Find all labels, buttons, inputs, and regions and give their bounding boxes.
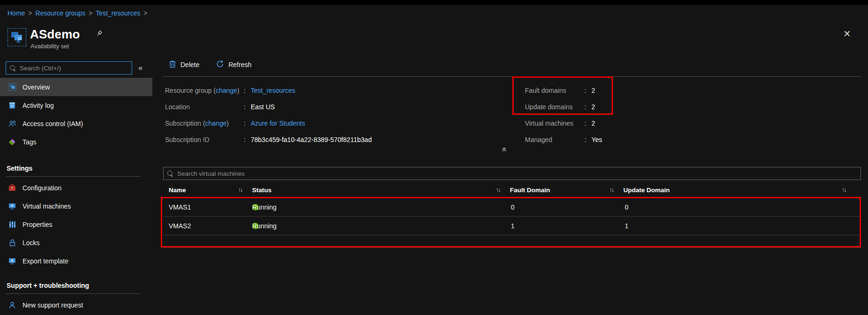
azure-portal-blade: Home>Resource groups>Test_resources> ASd… bbox=[0, 0, 868, 315]
command-bar: Delete Refresh bbox=[169, 60, 252, 69]
sort-icon[interactable]: ↑↓ bbox=[238, 187, 242, 193]
colon: : bbox=[244, 136, 249, 143]
resource-group-value-link[interactable]: Test_resources bbox=[251, 87, 295, 94]
sidebar-collapse-icon[interactable]: « bbox=[138, 63, 142, 73]
configuration-icon bbox=[8, 184, 16, 192]
delete-button[interactable]: Delete bbox=[169, 60, 199, 69]
refresh-icon bbox=[216, 60, 224, 69]
essentials-row-resource-group: Resource group (change) : Test_resources bbox=[165, 82, 372, 98]
column-header-fault-domain[interactable]: Fault Domain bbox=[510, 187, 550, 194]
sidebar-item-properties[interactable]: Properties bbox=[0, 215, 152, 233]
sidebar-item-virtual-machines[interactable]: Virtual machines bbox=[0, 197, 152, 215]
delete-button-label: Delete bbox=[180, 61, 199, 68]
vm-fault-domain: 1 bbox=[511, 222, 515, 230]
lock-icon bbox=[8, 239, 16, 247]
close-icon[interactable]: ✕ bbox=[841, 26, 853, 41]
column-header-name[interactable]: Name bbox=[169, 187, 186, 194]
colon: : bbox=[584, 120, 590, 127]
sidebar-item-label: New support request bbox=[22, 301, 83, 309]
sidebar-item-export-template[interactable]: Export template bbox=[0, 252, 152, 270]
sidebar-item-label: Export template bbox=[22, 257, 68, 265]
sidebar-item-tags[interactable]: Tags bbox=[0, 133, 152, 151]
resource-group-label: Resource group (change) bbox=[165, 87, 244, 94]
sidebar-menu: Overview Activity log bbox=[0, 78, 152, 151]
sidebar-item-label: Access control (IAM) bbox=[22, 120, 83, 128]
sidebar-item-configuration[interactable]: Configuration bbox=[0, 179, 152, 197]
colon: : bbox=[244, 103, 249, 111]
sidebar-section-divider bbox=[6, 176, 140, 177]
breadcrumb-separator: > bbox=[89, 9, 92, 17]
colon: : bbox=[584, 103, 590, 111]
activity-log-icon bbox=[8, 101, 16, 110]
essentials-row-managed: Managed : Yes bbox=[525, 131, 602, 148]
table-row-vmas2[interactable]: VMAS2 ✓Running 1 1 bbox=[163, 217, 861, 235]
vm-status-text: Running bbox=[252, 203, 277, 211]
refresh-button[interactable]: Refresh bbox=[216, 60, 251, 69]
update-domains-label: Update domains bbox=[525, 103, 584, 111]
essentials-row-subscription-id: Subscription ID : 78b3c459-fa10-4a22-838… bbox=[165, 131, 372, 148]
vm-name[interactable]: VMAS2 bbox=[169, 222, 191, 230]
sidebar-item-label: Configuration bbox=[22, 184, 61, 192]
sidebar-item-locks[interactable]: Locks bbox=[0, 233, 152, 252]
sort-icon[interactable]: ↑↓ bbox=[842, 187, 846, 193]
virtual-machines-label: Virtual machines bbox=[525, 120, 584, 127]
sidebar-item-label: Overview bbox=[22, 83, 50, 91]
vm-status-text: Running bbox=[252, 222, 277, 230]
export-template-icon bbox=[8, 257, 16, 265]
table-row-vmas1[interactable]: VMAS1 ✓Running 0 0 bbox=[163, 198, 861, 217]
subscription-change-link[interactable]: change bbox=[205, 120, 227, 127]
subscription-value-link[interactable]: Azure for Students bbox=[251, 120, 305, 127]
location-label: Location bbox=[165, 103, 244, 111]
resource-group-change-link[interactable]: change bbox=[216, 87, 237, 94]
subscription-id-value: 78b3c459-fa10-4a22-8389-570f8211b3ad bbox=[251, 136, 372, 143]
colon: : bbox=[244, 87, 249, 94]
breadcrumb-separator: > bbox=[143, 9, 147, 17]
managed-label: Managed bbox=[525, 136, 584, 143]
sidebar-item-new-support-request[interactable]: New support request bbox=[0, 296, 152, 314]
page-title: ASdemo bbox=[30, 27, 80, 42]
sidebar-support-section: Support + troubleshooting New support re… bbox=[0, 278, 152, 314]
sidebar-item-overview[interactable]: Overview bbox=[0, 78, 152, 96]
refresh-button-label: Refresh bbox=[228, 61, 251, 68]
sort-icon[interactable]: ↑↓ bbox=[609, 187, 614, 193]
colon: : bbox=[584, 136, 590, 143]
sidebar-search-input[interactable] bbox=[20, 65, 128, 72]
vm-search-input[interactable] bbox=[177, 170, 857, 177]
sort-icon[interactable]: ↑↓ bbox=[496, 187, 500, 193]
colon: : bbox=[584, 87, 590, 94]
availability-set-icon bbox=[7, 28, 26, 46]
column-header-status[interactable]: Status bbox=[252, 187, 271, 194]
breadcrumb-test-resources-link[interactable]: Test_resources bbox=[96, 9, 140, 17]
essentials-collapse-icon[interactable]: « bbox=[500, 147, 509, 151]
sidebar-item-label: Locks bbox=[22, 239, 40, 247]
breadcrumb-home-link[interactable]: Home bbox=[7, 9, 25, 17]
search-icon bbox=[10, 65, 16, 71]
vm-name[interactable]: VMAS1 bbox=[169, 203, 191, 211]
access-control-icon bbox=[8, 120, 16, 128]
sidebar-item-activity-log[interactable]: Activity log bbox=[0, 96, 152, 114]
managed-value: Yes bbox=[591, 136, 602, 143]
breadcrumb-separator: > bbox=[28, 9, 32, 17]
sidebar-item-label: Virtual machines bbox=[22, 202, 71, 210]
essentials-row-location: Location : East US bbox=[165, 98, 372, 115]
essentials-row-virtual-machines: Virtual machines : 2 bbox=[525, 115, 602, 131]
fault-domains-label: Fault domains bbox=[525, 87, 584, 94]
sidebar-item-label: Activity log bbox=[22, 102, 54, 109]
essentials-divider bbox=[163, 76, 861, 77]
colon: : bbox=[244, 120, 249, 127]
column-header-update-domain[interactable]: Update Domain bbox=[623, 187, 670, 194]
sidebar-item-access-control-iam[interactable]: Access control (IAM) bbox=[0, 114, 152, 133]
breadcrumb-resource-groups-link[interactable]: Resource groups bbox=[36, 9, 86, 17]
subscription-label: Subscription (change) bbox=[165, 120, 244, 127]
vm-search-box bbox=[163, 167, 861, 180]
overview-icon bbox=[8, 83, 16, 91]
sidebar-section-title-support: Support + troubleshooting bbox=[0, 278, 152, 292]
pin-icon[interactable] bbox=[96, 29, 104, 39]
sidebar-item-label: Tags bbox=[22, 138, 37, 146]
vm-table-body: VMAS1 ✓Running 0 0 VMAS2 ✓Running 1 1 bbox=[163, 198, 861, 248]
update-domains-value: 2 bbox=[591, 103, 595, 111]
vm-update-domain: 1 bbox=[625, 222, 629, 230]
essentials-row-subscription: Subscription (change) : Azure for Studen… bbox=[165, 115, 372, 131]
subscription-id-label: Subscription ID bbox=[165, 136, 244, 143]
search-icon bbox=[167, 171, 173, 177]
